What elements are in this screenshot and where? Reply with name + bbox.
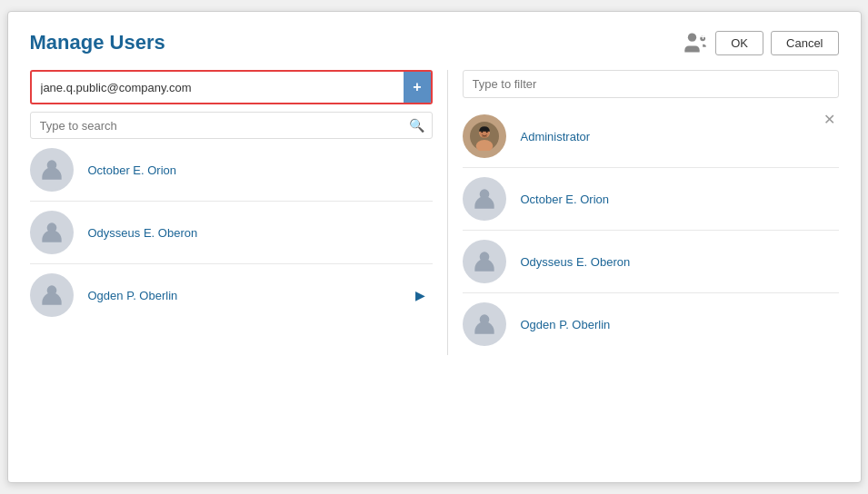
dialog-header: Manage Users + OK Cancel xyxy=(30,30,839,55)
user-name[interactable]: Ogden P. Oberlin xyxy=(521,318,611,331)
admin-photo xyxy=(470,122,499,151)
user-icon xyxy=(470,310,499,339)
email-input[interactable] xyxy=(32,74,404,102)
user-name[interactable]: October E. Orion xyxy=(521,193,610,206)
avatar xyxy=(30,211,74,254)
user-name[interactable]: Ogden P. Oberlin xyxy=(88,289,178,302)
user-icon xyxy=(37,281,66,310)
avatar xyxy=(463,114,506,158)
chevron-right-icon: ▶ xyxy=(415,288,425,302)
user-icon xyxy=(37,155,66,184)
user-name[interactable]: Administrator xyxy=(521,130,591,143)
avatar xyxy=(30,273,74,317)
dialog-body: + 🔍 October E. Orion xyxy=(30,70,839,355)
svg-point-0 xyxy=(688,34,696,42)
ok-button[interactable]: OK xyxy=(715,31,763,55)
user-name[interactable]: Odysseus E. Oberon xyxy=(521,255,631,269)
dialog-title: Manage Users xyxy=(30,31,165,54)
user-name[interactable]: October E. Orion xyxy=(88,163,177,177)
table-row: Administrator ✕ xyxy=(463,105,839,168)
table-row: Ogden P. Oberlin ▶ xyxy=(30,264,433,326)
left-user-list: October E. Orion Odysseus E. Oberon xyxy=(30,139,433,326)
left-panel: + 🔍 October E. Orion xyxy=(30,70,448,355)
avatar xyxy=(463,302,506,346)
search-icon: 🔍 xyxy=(402,113,432,138)
svg-text:+: + xyxy=(701,33,706,42)
user-icon xyxy=(470,184,499,213)
manage-users-dialog: Manage Users + OK Cancel + 🔍 xyxy=(7,11,862,483)
user-icon xyxy=(37,218,66,247)
manage-users-icon: + xyxy=(683,30,708,55)
table-row: October E. Orion xyxy=(463,168,839,231)
table-row: Odysseus E. Oberon xyxy=(30,202,433,264)
search-input[interactable] xyxy=(31,114,402,138)
right-user-list: Administrator ✕ October E. Orion xyxy=(463,105,839,355)
user-icon xyxy=(470,247,499,276)
filter-row xyxy=(463,70,839,98)
cancel-button[interactable]: Cancel xyxy=(771,31,838,55)
avatar xyxy=(30,148,74,192)
search-row: 🔍 xyxy=(30,112,433,139)
email-input-row: + xyxy=(30,70,433,104)
header-actions: + OK Cancel xyxy=(683,30,838,55)
table-row: Odysseus E. Oberon xyxy=(463,231,839,293)
remove-user-button[interactable]: ✕ xyxy=(823,113,835,127)
table-row: October E. Orion xyxy=(30,139,433,202)
right-panel: Administrator ✕ October E. Orion xyxy=(448,70,839,355)
avatar xyxy=(463,177,506,221)
avatar xyxy=(463,240,506,283)
table-row: Ogden P. Oberlin xyxy=(463,293,839,355)
user-name[interactable]: Odysseus E. Oberon xyxy=(88,226,198,240)
filter-input[interactable] xyxy=(463,70,839,98)
add-user-button[interactable]: + xyxy=(404,72,430,103)
